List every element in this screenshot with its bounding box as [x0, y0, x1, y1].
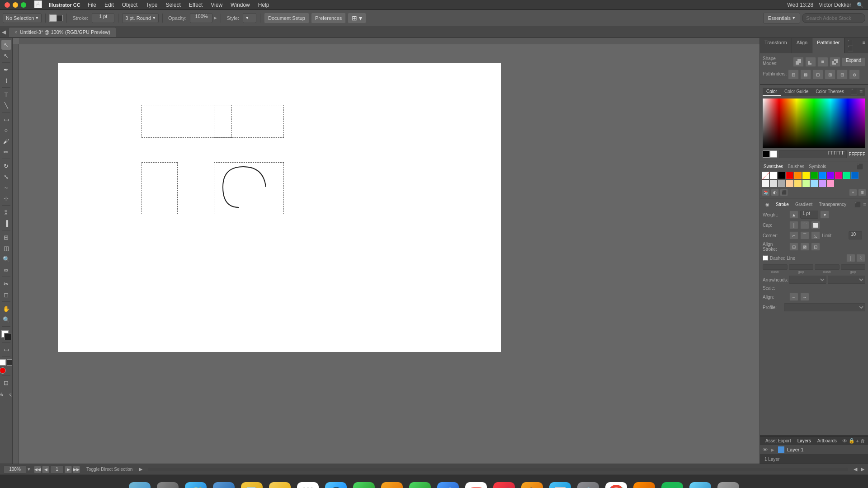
fill-stroke-colors[interactable] [1, 330, 11, 340]
dock-photos[interactable]: 🖼 [295, 480, 321, 488]
swatch-gradient-icon[interactable]: ⬛ [780, 189, 788, 196]
merge-button[interactable]: ⊡ [812, 70, 823, 80]
foreground-swatch[interactable] [763, 150, 770, 158]
fill-color-swatch[interactable] [49, 14, 57, 22]
dock-trash[interactable]: 🗑 [715, 480, 741, 488]
dock-appstore[interactable]: 🅰 [547, 480, 573, 488]
layers-lock-icon[interactable]: 🔒 [849, 438, 855, 444]
intersect-button[interactable] [817, 57, 828, 67]
selection-tool[interactable]: ↖ [1, 40, 11, 50]
type-tool[interactable]: T [1, 89, 11, 99]
pen-tool[interactable]: ✒ [1, 65, 11, 75]
dock-illustrator[interactable]: Ai [631, 480, 657, 488]
document-tab[interactable]: × Untitled-3* @ 100% (RGB/GPU Preview) [9, 27, 116, 37]
new-swatch-icon[interactable]: + [849, 189, 857, 196]
close-button[interactable] [5, 2, 10, 8]
tab-color[interactable]: Color [763, 88, 781, 96]
panel-menu-icon[interactable]: ≡ [859, 89, 863, 95]
align-left-icon[interactable]: ← [789, 293, 798, 301]
layers-new-icon[interactable]: + [856, 438, 859, 444]
next-page-button[interactable]: ▶ [65, 466, 72, 473]
panel-menu-icon[interactable]: ≡ [860, 38, 868, 53]
swatch-rose[interactable] [827, 180, 834, 187]
tab-symbols[interactable]: Symbols [807, 163, 828, 170]
gradient-tool[interactable]: ◫ [1, 243, 11, 253]
column-graph-tool[interactable]: ▐ [1, 218, 11, 228]
free-transform-tool[interactable]: ⊹ [1, 193, 11, 203]
swatch-yellow[interactable] [802, 172, 810, 179]
panel-expand-icon[interactable]: ⬛ ⬛ [844, 38, 859, 53]
swatch-sky[interactable] [811, 180, 818, 187]
tab-close-icon[interactable]: × [14, 30, 17, 35]
layer-visibility-icon[interactable]: 👁 [763, 447, 769, 452]
layer-name[interactable]: Layer 1 [787, 447, 804, 452]
artboard-tool[interactable]: ⊡ [1, 378, 11, 388]
dash-input-2[interactable] [815, 264, 840, 270]
swatch-white[interactable] [762, 172, 769, 179]
dock-messages[interactable]: 💬 [323, 480, 349, 488]
menu-help[interactable]: Help [255, 1, 273, 9]
swatch-type-icon[interactable]: ◐ [771, 189, 779, 196]
document-setup-button[interactable]: Document Setup [264, 13, 309, 23]
swatch-blue[interactable] [819, 172, 826, 179]
stroke-color[interactable] [4, 333, 11, 340]
cap-round[interactable]: ⌒ [800, 221, 809, 229]
expand-panel-icon[interactable]: ⬛ [856, 164, 864, 170]
color-black[interactable] [7, 359, 13, 366]
essentials-button[interactable]: Essentials ▾ [763, 13, 800, 23]
menu-window[interactable]: Window [227, 1, 254, 9]
outline-button[interactable]: ⊟ [837, 70, 848, 80]
rect-tool[interactable]: ▭ [1, 114, 11, 124]
change-screen-mode[interactable]: ▭ [1, 344, 11, 354]
hex-input[interactable]: FFFFFF [779, 150, 847, 158]
minimize-button[interactable] [13, 2, 18, 8]
tab-layers[interactable]: Layers [795, 437, 814, 444]
delete-swatch-icon[interactable]: 🗑 [858, 189, 866, 196]
dock-facetime[interactable]: 📷 [351, 480, 377, 488]
dock-launchpad[interactable]: 🚀 [155, 480, 181, 488]
dashed-line-checkbox[interactable] [763, 255, 768, 261]
dock-music[interactable]: 🎵 [491, 480, 517, 488]
menu-view[interactable]: View [207, 1, 226, 9]
ellipse-tool[interactable]: ○ [1, 125, 11, 135]
menu-edit[interactable]: Edit [101, 1, 118, 9]
swatch-lemon[interactable] [794, 180, 802, 187]
align-inside[interactable]: ⊠ [800, 243, 809, 251]
rotate-tool[interactable]: ↻ [1, 161, 11, 171]
rotate-view[interactable]: ↺ [7, 389, 13, 399]
menu-effect[interactable]: Effect [185, 1, 206, 9]
search-input[interactable] [802, 13, 865, 23]
expand-panel-icon[interactable]: ⬛ [850, 89, 859, 95]
corner-bevel[interactable]: ◺ [811, 231, 820, 239]
back-button[interactable]: ◀ [2, 29, 6, 35]
swatch-white2[interactable] [770, 172, 777, 179]
warp-tool[interactable]: ~ [1, 183, 11, 192]
dock-photos2[interactable]: 📸 [379, 480, 405, 488]
panel-menu-icon[interactable]: ≡ [862, 202, 867, 208]
swatch-orange[interactable] [794, 172, 802, 179]
color-gradient-picker[interactable] [763, 99, 865, 148]
swatch-green[interactable] [811, 172, 818, 179]
trim-button[interactable]: ⊠ [800, 70, 811, 80]
scroll-right-icon[interactable]: ▶ [861, 466, 864, 472]
selection-dropdown[interactable]: No Selection ▾ [3, 13, 42, 23]
cap-square[interactable]: ⬜ [811, 221, 820, 229]
document-canvas[interactable] [58, 63, 501, 352]
dock-spotify[interactable]: 🎵 [659, 480, 685, 488]
stroke-input[interactable]: 1 pt [92, 13, 114, 23]
line-tool[interactable]: ╲ [1, 100, 11, 110]
dock-finder2[interactable]: 📁 [687, 480, 713, 488]
eyedropper-tool[interactable]: 🔍 [1, 254, 11, 264]
weight-input[interactable]: 1 pt [800, 211, 818, 219]
swatch-library-icon[interactable]: 📚 [762, 189, 770, 196]
weight-dropdown[interactable]: ▾ [820, 211, 829, 219]
arrowhead-end[interactable] [828, 276, 865, 284]
scroll-left-icon[interactable]: ◀ [854, 466, 857, 472]
tab-color-themes[interactable]: Color Themes [812, 88, 848, 96]
dash-align-1[interactable]: | [846, 254, 855, 262]
symbol-sprayer-tool[interactable]: ⁑ [1, 207, 11, 217]
tab-artboards[interactable]: Artboards [815, 437, 840, 444]
dock-mail[interactable]: ✉️ [211, 480, 237, 488]
tab-stroke-label[interactable]: Stroke [773, 201, 792, 208]
gap-input-1[interactable] [789, 264, 814, 270]
